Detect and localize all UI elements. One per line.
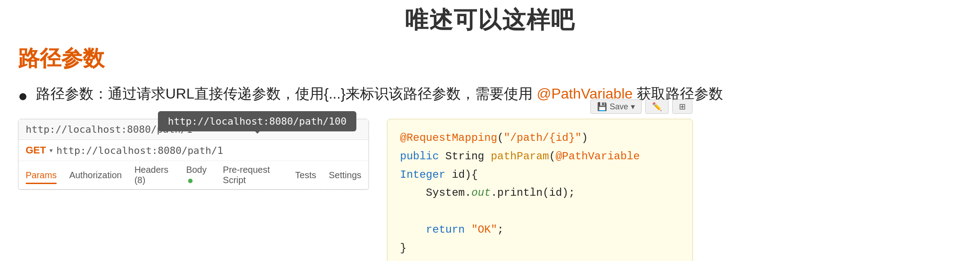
copy-button[interactable]: ⊞ xyxy=(672,99,692,114)
page-container: 唯述可以这样吧 路径参数 ● 路径参数：通过请求URL直接传递参数，使用{...… xyxy=(0,0,980,261)
bullet-paragraph: ● 路径参数：通过请求URL直接传递参数，使用{...}来标识该路径参数，需要使… xyxy=(18,83,962,108)
edit-icon: ✏️ xyxy=(652,102,662,112)
code-line-1: @RequestMapping("/path/{id}") xyxy=(400,129,680,148)
body-dot xyxy=(188,179,193,183)
tab-headers[interactable]: Headers (8) xyxy=(135,165,174,189)
save-button[interactable]: 💾 Save ▾ xyxy=(590,99,642,114)
postman-panel: http://localhost:8080/path/100 http://lo… xyxy=(18,119,369,190)
method-dropdown-icon[interactable]: ▾ xyxy=(49,147,53,154)
tab-authorization[interactable]: Authorization xyxy=(69,170,122,184)
tab-settings[interactable]: Settings xyxy=(329,170,361,184)
code-line-4 xyxy=(400,202,680,221)
annotation-1: @RequestMapping xyxy=(400,132,497,144)
postman-request-url: http://localhost:8080/path/1 xyxy=(56,145,223,156)
page-title-bar: 唯述可以这样吧 xyxy=(18,4,962,36)
content-area: http://localhost:8080/path/100 http://lo… xyxy=(18,119,962,261)
code-line-5: return "OK"; xyxy=(400,221,680,239)
tab-params[interactable]: Params xyxy=(26,170,57,184)
postman-tabs: Params Authorization Headers (8) Body Pr… xyxy=(18,161,369,189)
tooltip-bubble: http://localhost:8080/path/100 xyxy=(158,111,356,131)
tab-tests[interactable]: Tests xyxy=(295,170,316,184)
bullet-text: 路径参数：通过请求URL直接传递参数，使用{...}来标识该路径参数，需要使用 … xyxy=(36,83,962,104)
code-toolbar: 💾 Save ▾ ✏️ ⊞ xyxy=(590,99,692,114)
code-line-6: } xyxy=(400,239,680,258)
postman-method-row: GET ▾ http://localhost:8080/path/1 xyxy=(18,140,369,161)
tooltip-text: http://localhost:8080/path/100 xyxy=(168,116,346,127)
page-title: 唯述可以这样吧 xyxy=(18,4,962,36)
tab-pre-request-script[interactable]: Pre-request Script xyxy=(223,165,283,189)
method-badge: GET xyxy=(26,144,46,156)
code-line-2: public String pathParam(@PathVariable In… xyxy=(400,148,680,184)
edit-button[interactable]: ✏️ xyxy=(645,99,669,114)
section-heading: 路径参数 xyxy=(18,44,962,73)
save-label: Save xyxy=(610,102,628,112)
tab-body[interactable]: Body xyxy=(186,165,211,189)
save-dropdown-icon: ▾ xyxy=(631,102,635,112)
code-block: @RequestMapping("/path/{id}") public Str… xyxy=(400,129,680,258)
bullet-text-prefix: 路径参数：通过请求URL直接传递参数，使用{...}来标识该路径参数，需要使用 xyxy=(36,86,537,102)
code-panel: 💾 Save ▾ ✏️ ⊞ @RequestMapping("/path/{id… xyxy=(387,119,693,261)
code-line-3: System.out.println(id); xyxy=(400,184,680,202)
bullet-dot: ● xyxy=(18,84,28,108)
save-icon: 💾 xyxy=(597,102,607,112)
copy-icon: ⊞ xyxy=(679,102,686,112)
